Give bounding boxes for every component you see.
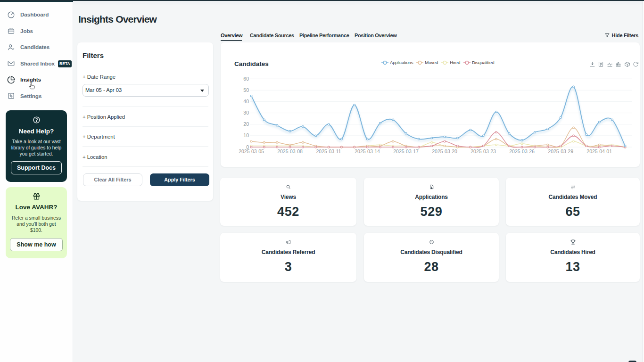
svg-text:2025-03-20: 2025-03-20: [432, 148, 457, 154]
svg-text:50: 50: [243, 87, 249, 93]
svg-text:2025-03-23: 2025-03-23: [471, 148, 496, 154]
svg-text:2025-03-26: 2025-03-26: [509, 148, 535, 154]
svg-text:2025-03-08: 2025-03-08: [277, 148, 303, 154]
svg-text:30: 30: [243, 110, 249, 115]
svg-text:2025-03-05: 2025-03-05: [239, 148, 264, 154]
svg-text:2025-03-14: 2025-03-14: [355, 148, 380, 154]
svg-text:2025-03-17: 2025-03-17: [393, 148, 419, 154]
svg-text:2025-04-01: 2025-04-01: [586, 148, 612, 154]
svg-text:2025-03-29: 2025-03-29: [548, 148, 573, 154]
svg-text:10: 10: [243, 132, 249, 138]
svg-text:20: 20: [243, 121, 249, 127]
svg-text:40: 40: [243, 99, 249, 104]
svg-text:2025-03-11: 2025-03-11: [316, 148, 341, 154]
svg-text:60: 60: [243, 76, 249, 82]
